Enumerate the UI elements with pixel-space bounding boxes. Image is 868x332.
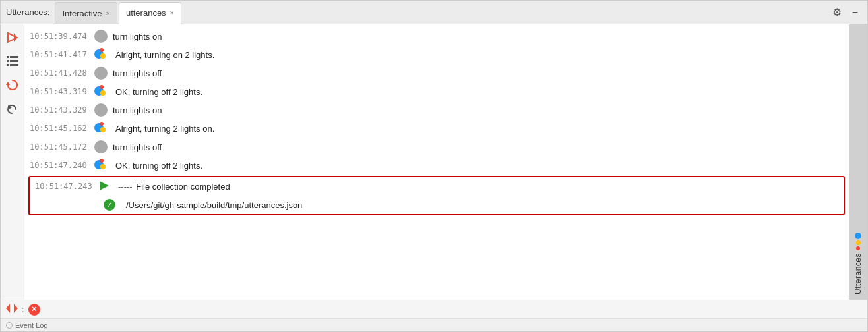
utterance-text: Alright, turning 2 lights on. bbox=[115, 124, 844, 134]
tab-bar-label: Utterances: bbox=[6, 7, 49, 17]
utterance-row: 10:51:47.240 OK, turning off 2 lights. bbox=[24, 156, 849, 175]
minus-icon: − bbox=[852, 7, 858, 18]
highlighted-section: 10:51:47.243 ----- File collection compl… bbox=[28, 176, 845, 215]
timestamp: 10:51:41.417 bbox=[30, 50, 89, 59]
user-avatar bbox=[94, 30, 108, 43]
right-sidebar: Utterances bbox=[849, 24, 867, 300]
timestamp: 10:51:47.243 bbox=[35, 182, 94, 191]
dot-red bbox=[100, 48, 104, 52]
svg-rect-8 bbox=[10, 64, 18, 66]
tab-bar: Utterances: Interactive × utterances × ⚙… bbox=[1, 1, 867, 24]
utterance-row: 10:51:45.162 Alright, turning 2 lights o… bbox=[24, 119, 849, 138]
dashes: ----- bbox=[118, 182, 133, 192]
assistant-avatar bbox=[94, 122, 110, 135]
svg-marker-9 bbox=[6, 82, 10, 85]
right-dot-blue bbox=[855, 233, 861, 239]
utterances-panel[interactable]: 10:51:39.474 turn lights on 10:51:41.417… bbox=[24, 24, 849, 300]
assistant-avatar bbox=[94, 48, 110, 61]
play-sidebar-icon[interactable] bbox=[5, 30, 20, 45]
status-colon: : bbox=[22, 304, 24, 314]
svg-point-12 bbox=[97, 38, 106, 42]
gear-icon: ⚙ bbox=[832, 6, 842, 18]
undo-sidebar-icon[interactable] bbox=[5, 101, 20, 117]
utterance-text: turn lights on bbox=[113, 32, 844, 42]
user-avatar bbox=[94, 103, 108, 117]
tab-interactive-close[interactable]: × bbox=[106, 10, 109, 17]
svg-point-11 bbox=[98, 32, 103, 36]
dot-red bbox=[100, 122, 104, 126]
svg-rect-3 bbox=[7, 56, 9, 58]
svg-rect-4 bbox=[7, 60, 9, 62]
status-play-icon bbox=[6, 304, 18, 315]
left-sidebar bbox=[1, 24, 24, 300]
timestamp: 10:51:43.319 bbox=[30, 87, 89, 96]
utterance-row: 10:51:41.417 Alright, turning on 2 light… bbox=[24, 45, 849, 64]
refresh-sidebar-icon[interactable] bbox=[5, 77, 20, 93]
utterance-text: OK, turning off 2 lights. bbox=[115, 161, 844, 171]
utterance-text: OK, turning off 2 lights. bbox=[115, 87, 844, 97]
svg-point-17 bbox=[98, 142, 103, 147]
utterance-text: turn lights off bbox=[113, 142, 844, 152]
timestamp: 10:51:39.474 bbox=[30, 32, 89, 41]
check-circle-icon: ✓ bbox=[104, 199, 115, 211]
minimize-button[interactable]: − bbox=[850, 5, 861, 20]
user-avatar bbox=[94, 140, 108, 153]
utterance-row: 10:51:43.319 OK, turning off 2 lights. bbox=[24, 82, 849, 101]
dot-yellow bbox=[100, 90, 106, 96]
tab-interactive[interactable]: Interactive × bbox=[55, 2, 117, 24]
assistant-avatar bbox=[94, 159, 110, 172]
tab-utterances-label: utterances bbox=[126, 8, 166, 18]
utterance-row: 10:51:47.243 ----- File collection compl… bbox=[30, 177, 844, 196]
event-log-circle-icon bbox=[6, 322, 13, 329]
svg-rect-7 bbox=[10, 60, 18, 62]
error-badge: ✕ bbox=[28, 304, 40, 316]
right-dot-yellow bbox=[856, 240, 861, 245]
list-sidebar-icon[interactable] bbox=[5, 53, 20, 69]
utterance-row: 10:51:39.474 turn lights on bbox=[24, 27, 849, 45]
dot-red bbox=[100, 85, 104, 89]
tab-utterances-close[interactable]: × bbox=[170, 9, 174, 16]
main-area: 10:51:39.474 turn lights on 10:51:41.417… bbox=[1, 24, 867, 300]
svg-marker-21 bbox=[14, 304, 18, 313]
play-triangle-icon bbox=[100, 181, 109, 192]
app-container: Utterances: Interactive × utterances × ⚙… bbox=[0, 0, 868, 332]
timestamp: 10:51:45.162 bbox=[30, 124, 89, 133]
utterance-row: 10:51:43.329 turn lights on bbox=[24, 101, 849, 119]
tab-interactive-label: Interactive bbox=[62, 9, 102, 18]
dot-yellow bbox=[100, 127, 106, 132]
right-sidebar-label[interactable]: Utterances bbox=[853, 253, 863, 294]
timestamp: 10:51:47.240 bbox=[30, 161, 89, 170]
assistant-avatar bbox=[94, 85, 110, 98]
utterance-text: Alright, turning on 2 lights. bbox=[115, 50, 844, 60]
svg-marker-19 bbox=[100, 181, 109, 190]
dot-red bbox=[100, 159, 104, 163]
tab-bar-actions: ⚙ − bbox=[830, 5, 867, 20]
svg-point-14 bbox=[97, 74, 106, 79]
tab-utterances[interactable]: utterances × bbox=[119, 2, 181, 24]
svg-marker-20 bbox=[6, 304, 10, 313]
settings-button[interactable]: ⚙ bbox=[830, 5, 844, 20]
svg-point-18 bbox=[97, 148, 106, 153]
dot-yellow bbox=[100, 53, 106, 59]
svg-rect-6 bbox=[10, 56, 18, 58]
timestamp: 10:51:45.172 bbox=[30, 142, 89, 152]
right-sidebar-dots bbox=[855, 233, 861, 250]
svg-rect-5 bbox=[7, 64, 9, 66]
timestamp: 10:51:41.428 bbox=[30, 69, 89, 78]
file-path-row: ✓ /Users/git/gh-sample/build/tmp/utteran… bbox=[30, 196, 844, 214]
status-bar: : ✕ bbox=[1, 300, 867, 318]
svg-point-15 bbox=[98, 105, 103, 110]
svg-point-13 bbox=[98, 69, 103, 73]
event-log-label: Event Log bbox=[15, 321, 48, 329]
svg-point-16 bbox=[97, 111, 106, 116]
utterance-text: ----- File collection completed bbox=[118, 182, 838, 192]
error-symbol: ✕ bbox=[31, 305, 37, 314]
utterance-row: 10:51:45.172 turn lights off bbox=[24, 138, 849, 156]
dot-yellow bbox=[100, 164, 106, 169]
utterance-text: turn lights off bbox=[113, 69, 844, 78]
user-avatar bbox=[94, 67, 108, 80]
svg-marker-1 bbox=[14, 33, 17, 42]
utterance-row: 10:51:41.428 turn lights off bbox=[24, 64, 849, 82]
file-path-text: /Users/git/gh-sample/build/tmp/utterance… bbox=[126, 200, 302, 210]
event-log-bar[interactable]: Event Log bbox=[1, 318, 867, 331]
